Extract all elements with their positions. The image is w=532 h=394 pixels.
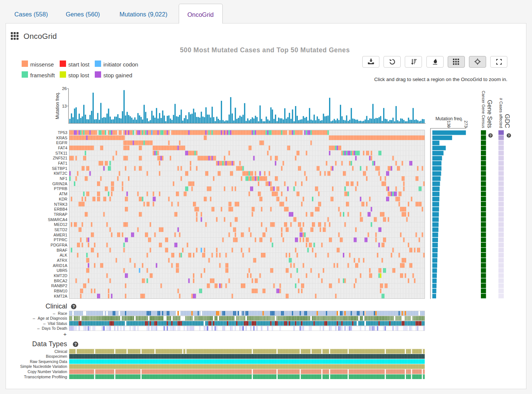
svg-text:+: + <box>63 331 67 337</box>
svg-text:Simple Nucleotide Variation: Simple Nucleotide Variation <box>20 364 67 369</box>
svg-text:–: – <box>37 326 40 331</box>
svg-text:TRRAP: TRRAP <box>54 212 68 217</box>
svg-text:FAT4: FAT4 <box>58 146 68 150</box>
svg-text:AMER1: AMER1 <box>53 233 67 237</box>
svg-text:Race: Race <box>58 311 67 316</box>
svg-text:GDC: GDC <box>504 114 511 128</box>
svg-text:Gene Sets: Gene Sets <box>486 100 493 128</box>
svg-text:UBR5: UBR5 <box>57 268 68 273</box>
svg-text:EGFR: EGFR <box>56 140 68 145</box>
svg-text:NF1: NF1 <box>60 176 67 181</box>
svg-text:Age at Diagnosis: Age at Diagnosis <box>38 316 67 320</box>
svg-text:Cancer Gene Census: Cancer Gene Census <box>481 91 485 128</box>
svg-text:Days To Death: Days To Death <box>42 326 67 331</box>
svg-text:PDGFRA: PDGFRA <box>51 243 68 247</box>
svg-text:BRAF: BRAF <box>57 248 68 252</box>
svg-text:–: – <box>43 321 46 326</box>
svg-text:?: ? <box>74 342 77 347</box>
svg-text:?: ? <box>72 304 75 309</box>
svg-text:MED12: MED12 <box>54 222 67 227</box>
svg-text:ARID1A: ARID1A <box>53 263 68 268</box>
svg-text:Biospecimen: Biospecimen <box>46 354 67 359</box>
svg-text:STK11: STK11 <box>55 151 67 155</box>
svg-text:?: ? <box>489 134 491 137</box>
svg-text:Copy Number Variation: Copy Number Variation <box>28 369 67 374</box>
svg-text:KMT2A: KMT2A <box>54 294 68 298</box>
svg-text:KDR: KDR <box>59 197 68 201</box>
svg-text:136: 136 <box>447 121 451 128</box>
svg-text:TP53: TP53 <box>58 130 68 135</box>
svg-text:Transcriptome Profiling: Transcriptome Profiling <box>24 375 67 379</box>
svg-text:Mutation freq.: Mutation freq. <box>55 92 60 119</box>
svg-text:RBM10: RBM10 <box>54 289 67 293</box>
svg-text:PTPRB: PTPRB <box>54 186 68 191</box>
svg-text:–: – <box>53 311 56 316</box>
svg-text:?: ? <box>508 134 510 137</box>
svg-text:ZNF521: ZNF521 <box>53 156 67 160</box>
svg-text:KRAS: KRAS <box>56 136 67 140</box>
svg-text:KMT2C: KMT2C <box>54 171 68 176</box>
svg-text:# Cases affected: # Cases affected <box>499 98 503 128</box>
svg-text:Raw Sequencing Data: Raw Sequencing Data <box>30 359 68 364</box>
svg-text:PTPRC: PTPRC <box>54 238 68 242</box>
svg-text:GRIN2A: GRIN2A <box>52 182 68 186</box>
svg-text:–: – <box>33 316 35 320</box>
svg-text:NTRK3: NTRK3 <box>54 202 67 207</box>
svg-text:BRCA2: BRCA2 <box>54 279 67 283</box>
svg-text:Mutation freq.: Mutation freq. <box>435 116 463 121</box>
svg-text:RANBP2: RANBP2 <box>51 283 67 288</box>
svg-text:273: 273 <box>464 121 468 128</box>
svg-text:Clinical: Clinical <box>54 349 67 354</box>
svg-text:ALK: ALK <box>60 253 68 257</box>
svg-text:ATRX: ATRX <box>57 258 68 263</box>
svg-text:SETBP1: SETBP1 <box>52 166 67 171</box>
svg-text:ERBB4: ERBB4 <box>54 207 67 211</box>
svg-text:26: 26 <box>62 86 67 91</box>
svg-text:13: 13 <box>62 104 67 108</box>
svg-text:ATM: ATM <box>59 192 68 196</box>
svg-text:FAT1: FAT1 <box>58 161 68 165</box>
svg-text:SETD2: SETD2 <box>54 227 68 232</box>
svg-text:SMARCA4: SMARCA4 <box>48 217 67 222</box>
svg-text:KMT2D: KMT2D <box>54 273 68 278</box>
svg-text:Vital Status: Vital Status <box>48 321 67 326</box>
svg-text:Clinical: Clinical <box>46 303 67 310</box>
svg-text:Data Types: Data Types <box>32 340 67 348</box>
